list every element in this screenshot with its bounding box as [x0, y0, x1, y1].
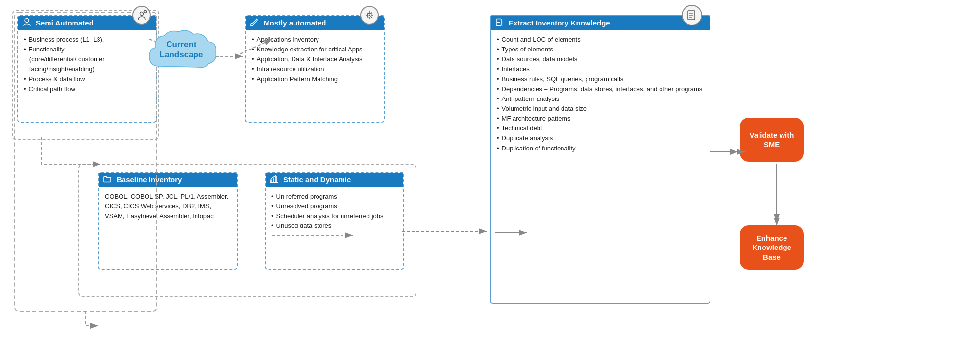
gear-person-icon: [132, 6, 151, 25]
cloud-to-mostly-arrow: [216, 47, 250, 66]
mostly-automated-box: Mostly automated Applications Inventory …: [245, 15, 385, 123]
cloud-container: CurrentLandscape: [145, 27, 218, 81]
extract-item-1: Count and LOC of elements: [497, 35, 704, 45]
semi-to-baseline-arrow: [37, 137, 105, 176]
svg-line-18: [252, 20, 256, 24]
mostly-item-5: Application Pattern Matching: [252, 75, 378, 84]
extract-inventory-box: Extract Inventory Knowledge Count and LO…: [490, 15, 710, 304]
wrench-icon: [250, 18, 259, 28]
svg-line-26: [371, 17, 372, 18]
extract-item-4: Interfaces: [497, 64, 704, 74]
mostly-item-2: Knowledge extraction for critical Apps: [252, 45, 378, 54]
extract-inventory-title: Extract Inventory Knowledge: [509, 19, 610, 27]
static-to-extract-arrow: [402, 224, 492, 239]
extract-inventory-content: Count and LOC of elements Types of eleme…: [491, 30, 710, 158]
extract-item-6: Dependencies – Programs, data stores, in…: [497, 84, 704, 94]
extract-item-5: Business rules, SQL queries, program cal…: [497, 75, 704, 84]
validate-to-enhance-arrow: [762, 164, 791, 228]
extract-item-11: Duplicate analysis: [497, 133, 704, 143]
semi-group-border: [12, 10, 159, 140]
main-diagram: Semi Automated Business process (L1–L3),…: [0, 0, 980, 348]
gear-wrench-icon: [360, 6, 379, 25]
cloud-text: CurrentLandscape: [145, 39, 218, 60]
mostly-item-3: Application, Data & Interface Analysis: [252, 54, 378, 64]
extract-item-12: Duplication of functionality: [497, 144, 704, 153]
extract-item-2: Types of elements: [497, 45, 704, 54]
doc-list-icon: [682, 5, 702, 25]
svg-point-20: [369, 15, 370, 16]
bottom-group-border: [78, 164, 416, 297]
svg-line-28: [367, 17, 368, 18]
svg-point-12: [140, 12, 144, 16]
extract-inventory-header: Extract Inventory Knowledge: [491, 16, 710, 30]
svg-line-27: [371, 13, 372, 14]
document-icon: [495, 18, 504, 28]
extract-to-validate-arrow: [710, 145, 744, 159]
extract-item-10: Technical debt: [497, 124, 704, 133]
mostly-automated-title: Mostly automated: [264, 19, 326, 27]
extract-item-7: Anti-pattern analysis: [497, 94, 704, 104]
mostly-item-1: Applications Inventory: [252, 35, 378, 45]
extract-item-9: MF architecture patterns: [497, 114, 704, 124]
enhance-knowledge-base-button[interactable]: Enhance Knowledge Base: [740, 225, 804, 270]
extract-item-3: Data sources, data models: [497, 54, 704, 64]
validate-sme-button[interactable]: Validate with SME: [740, 118, 804, 162]
svg-line-25: [367, 13, 368, 14]
mostly-automated-content: Applications Inventory Knowledge extract…: [246, 30, 384, 89]
mostly-item-4: Infra resource utilization: [252, 64, 378, 74]
extract-item-8: Volumetric input and data size: [497, 104, 704, 114]
